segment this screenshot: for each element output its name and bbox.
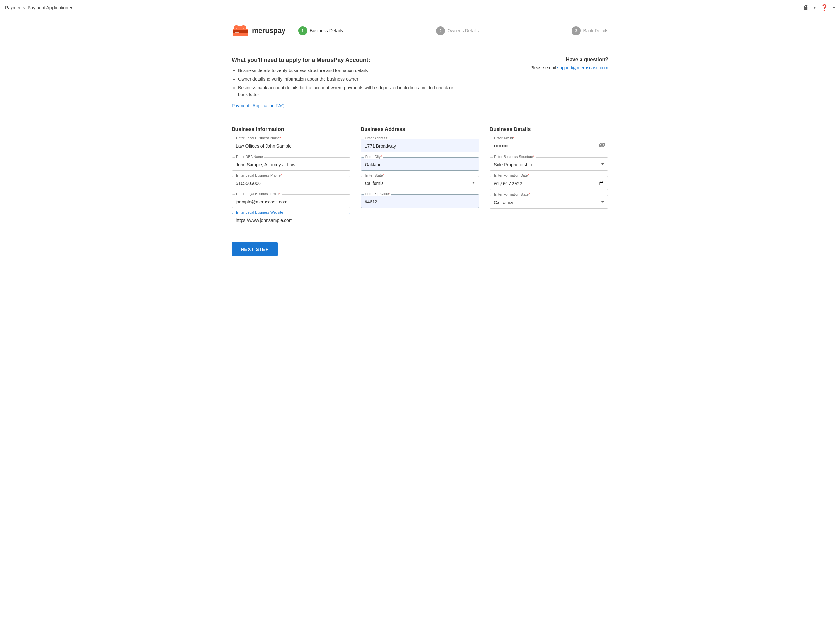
business-details-title: Business Details — [490, 126, 608, 132]
help-icon[interactable]: ❓ — [821, 4, 828, 11]
legal-name-field: Enter Legal Business Name* — [232, 139, 350, 152]
formation-date-input[interactable] — [490, 176, 608, 190]
logo-merus: merus — [252, 27, 273, 35]
business-info-title: Business Information — [232, 126, 350, 132]
email-input[interactable] — [232, 195, 350, 208]
formation-date-label: Enter Formation Date* — [493, 173, 530, 177]
state-label: Enter State* — [364, 173, 385, 177]
phone-label: Enter Legal Business Phone* — [235, 173, 283, 177]
email-field: Enter Legal Business Email* — [232, 195, 350, 208]
step-1: 1 Business Details — [298, 26, 343, 35]
city-field: Enter City* — [361, 157, 480, 171]
tax-id-label: Enter Tax Id* — [493, 136, 516, 140]
info-bullet-1: Business details to verify business stru… — [238, 67, 456, 74]
info-section: What you'll need to apply for a MerusPay… — [232, 57, 608, 116]
info-bullet-2: Owner details to verify information abou… — [238, 76, 456, 83]
address-label: Enter Address* — [364, 136, 390, 140]
tax-id-wrapper — [490, 139, 608, 152]
step-3-label: Bank Details — [583, 28, 608, 33]
structure-select[interactable]: Sole Proprietorship LLC Corporation Part… — [490, 157, 608, 171]
dba-label: Enter DBA Name — [235, 155, 264, 159]
business-address-column: Business Address Enter Address* Enter Ci… — [361, 126, 480, 232]
have-question-title: Have a question? — [530, 57, 608, 62]
info-title: What you'll need to apply for a MerusPay… — [232, 57, 456, 63]
formation-state-select[interactable]: California New York Texas — [490, 195, 608, 209]
next-step-button[interactable]: NEXT STEP — [232, 242, 278, 256]
city-label: Enter City* — [364, 155, 383, 159]
meruspay-logo-icon — [232, 23, 250, 39]
address-input[interactable] — [361, 139, 480, 152]
step-2-circle: 2 — [436, 26, 445, 35]
topbar-actions: 🖨 ▾ ❓ ▾ — [803, 4, 835, 11]
dba-input[interactable] — [232, 157, 350, 171]
city-input[interactable] — [361, 157, 480, 171]
logo: meruspay — [232, 23, 285, 39]
tax-id-field: Enter Tax Id* — [490, 139, 608, 152]
print-dropdown-icon[interactable]: ▾ — [814, 5, 816, 10]
topbar-dropdown-icon[interactable]: ▾ — [70, 5, 72, 10]
topbar: Payments: Payment Application ▾ 🖨 ▾ ❓ ▾ — [0, 0, 840, 15]
business-details-column: Business Details Enter Tax Id* — [490, 126, 608, 232]
step-2: 2 Owner's Details — [436, 26, 479, 35]
stepper: 1 Business Details 2 Owner's Details 3 B… — [298, 26, 608, 35]
tax-id-input[interactable] — [490, 139, 608, 152]
formation-date-field: Enter Formation Date* — [490, 176, 608, 190]
help-dropdown-icon[interactable]: ▾ — [833, 5, 835, 10]
info-bullet-3: Business bank account details for the ac… — [238, 84, 456, 98]
header-section: meruspay 1 Business Details 2 Owner's De… — [232, 23, 608, 47]
formation-state-label: Enter Formation State* — [493, 193, 531, 196]
legal-name-input[interactable] — [232, 139, 350, 152]
contact-text: Please email — [530, 65, 557, 70]
contact-info: Please email support@meruscase.com — [530, 65, 608, 70]
zip-input[interactable] — [361, 195, 480, 208]
logo-pay: pay — [273, 27, 285, 35]
phone-field: Enter Legal Business Phone* — [232, 176, 350, 189]
main-content: meruspay 1 Business Details 2 Owner's De… — [221, 15, 619, 264]
website-field: Enter Legal Business Website — [232, 213, 350, 227]
phone-input[interactable] — [232, 176, 350, 189]
step-line-2 — [484, 31, 566, 31]
info-left: What you'll need to apply for a MerusPay… — [232, 57, 456, 108]
step-1-label: Business Details — [310, 28, 343, 33]
state-select[interactable]: California New York Texas — [361, 176, 480, 189]
topbar-title-area[interactable]: Payments: Payment Application ▾ — [5, 5, 72, 10]
zip-label: Enter Zip Code* — [364, 192, 391, 196]
step-3-circle: 3 — [572, 26, 581, 35]
step-1-circle: 1 — [298, 26, 307, 35]
svg-rect-2 — [235, 32, 239, 33]
faq-link[interactable]: Payments Application FAQ — [232, 103, 456, 108]
logo-text: meruspay — [252, 27, 285, 35]
email-label: Enter Legal Business Email* — [235, 192, 282, 196]
formation-state-field: Enter Formation State* California New Yo… — [490, 195, 608, 209]
contact-email[interactable]: support@meruscase.com — [557, 65, 608, 70]
step-2-label: Owner's Details — [448, 28, 479, 33]
topbar-title: Payments: Payment Application — [5, 5, 68, 10]
step-line-1 — [348, 31, 431, 31]
legal-name-label: Enter Legal Business Name* — [235, 136, 282, 140]
business-address-title: Business Address — [361, 126, 480, 132]
website-label: Enter Legal Business Website — [235, 211, 284, 214]
zip-field: Enter Zip Code* — [361, 195, 480, 208]
structure-field: Enter Business Structure* Sole Proprieto… — [490, 157, 608, 171]
info-right: Have a question? Please email support@me… — [530, 57, 608, 108]
state-field: Enter State* California New York Texas — [361, 176, 480, 189]
dba-field: Enter DBA Name — [232, 157, 350, 171]
form-grid: Business Information Enter Legal Busines… — [232, 126, 608, 232]
info-list: Business details to verify business stru… — [232, 67, 456, 98]
eye-icon[interactable] — [599, 142, 605, 149]
print-icon[interactable]: 🖨 — [803, 4, 809, 11]
website-input[interactable] — [232, 213, 350, 227]
step-3: 3 Bank Details — [572, 26, 608, 35]
address-field: Enter Address* — [361, 139, 480, 152]
business-info-column: Business Information Enter Legal Busines… — [232, 126, 350, 232]
structure-label: Enter Business Structure* — [493, 155, 536, 159]
